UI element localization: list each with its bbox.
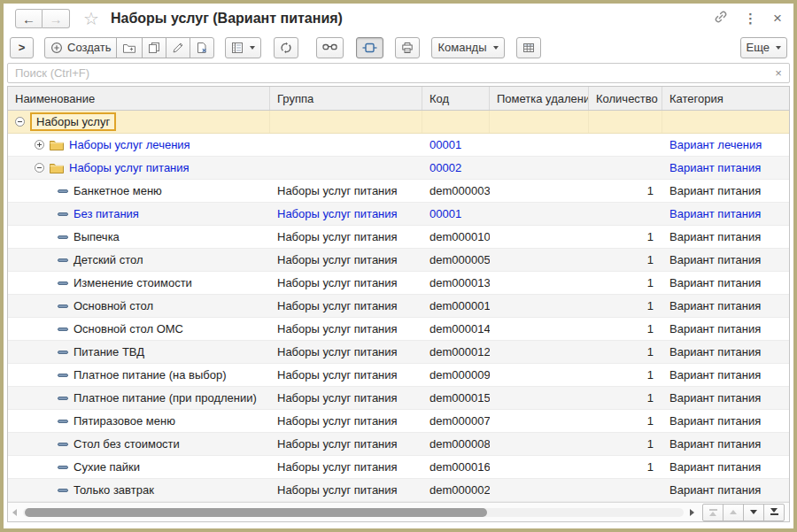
cell-quantity[interactable]: 1 [589, 341, 662, 363]
cell-deletion-mark[interactable] [490, 226, 589, 248]
cell-category[interactable]: Вариант питания [662, 341, 789, 363]
tree-expand-icon[interactable] [35, 140, 44, 150]
more-menu-icon[interactable]: ⋮ [744, 11, 757, 27]
cell-quantity[interactable]: 1 [589, 295, 662, 317]
cell-name[interactable]: Выпечка [8, 226, 270, 248]
cell-group[interactable]: Наборы услуг питания [270, 364, 422, 386]
cell-category[interactable]: Вариант питания [662, 203, 789, 225]
create-button[interactable]: Создать [44, 37, 117, 58]
table-row[interactable]: ВыпечкаНаборы услуг питанияdem0000101Вар… [8, 226, 789, 249]
related-table-button[interactable] [516, 37, 541, 58]
cell-category[interactable]: Вариант питания [662, 249, 789, 271]
cell-category[interactable]: Вариант лечения [662, 134, 789, 156]
table-row[interactable]: Детский столНаборы услуг питанияdem00000… [8, 249, 789, 272]
mark-deletion-button[interactable] [190, 37, 214, 58]
cell-deletion-mark[interactable] [490, 157, 589, 179]
table-row[interactable]: Наборы услуг лечения00001Вариант лечения [8, 134, 789, 157]
cell-code[interactable]: 00001 [422, 203, 490, 225]
cell-code[interactable]: dem000014 [422, 318, 490, 340]
column-header-code[interactable]: Код [422, 87, 490, 110]
cell-deletion-mark[interactable] [490, 203, 589, 225]
tree-collapse-icon[interactable] [15, 117, 25, 127]
previous-row-button[interactable] [723, 504, 744, 521]
cell-code[interactable]: dem000009 [422, 364, 490, 386]
cell-deletion-mark[interactable] [490, 134, 589, 156]
cell-name[interactable]: Наборы услуг питания [8, 157, 270, 179]
cell-code[interactable]: dem000003 [422, 180, 490, 202]
cell-deletion-mark[interactable] [490, 410, 589, 432]
column-header-group[interactable]: Группа [270, 87, 422, 110]
clear-search-icon[interactable]: × [768, 66, 789, 80]
hierarchy-view-button[interactable] [356, 37, 383, 58]
cell-code[interactable]: dem000008 [422, 433, 490, 455]
cell-group[interactable]: Наборы услуг питания [270, 180, 422, 202]
cell-code[interactable]: 00001 [422, 134, 490, 156]
cell-category[interactable]: Вариант питания [662, 387, 789, 409]
cell-code[interactable]: dem000002 [422, 479, 490, 501]
cell-name[interactable]: Платное питание (на выбор) [8, 364, 270, 386]
cell-group[interactable] [270, 157, 422, 179]
view-settings-button[interactable] [316, 37, 344, 58]
commands-button[interactable]: Команды [431, 37, 504, 58]
cell-group[interactable]: Наборы услуг питания [270, 318, 422, 340]
favorite-star-icon[interactable]: ☆ [83, 10, 99, 27]
table-row[interactable]: Без питанияНаборы услуг питания00001Вари… [8, 203, 789, 226]
cell-group[interactable]: Наборы услуг питания [270, 249, 422, 271]
cell-quantity[interactable] [589, 203, 662, 225]
cell-deletion-mark[interactable] [490, 364, 589, 386]
cell-category[interactable]: Вариант питания [662, 364, 789, 386]
cell-code[interactable]: dem000013 [422, 272, 490, 294]
forward-button[interactable]: → [43, 9, 70, 28]
cell-group[interactable]: Наборы услуг питания [270, 226, 422, 248]
cell-name[interactable]: Детский стол [8, 249, 270, 271]
cell-quantity[interactable]: 1 [589, 456, 662, 478]
table-row[interactable]: Только завтракНаборы услуг питанияdem000… [8, 479, 789, 502]
cell-group[interactable]: Наборы услуг питания [270, 295, 422, 317]
cell-group[interactable]: Наборы услуг питания [270, 479, 422, 501]
cell-quantity[interactable]: 1 [589, 180, 662, 202]
cell-deletion-mark[interactable] [490, 249, 589, 271]
table-row[interactable]: Сухие пайкиНаборы услуг питанияdem000016… [8, 456, 789, 479]
scrollbar-track[interactable] [23, 508, 684, 517]
cell-code[interactable]: dem000010 [422, 226, 490, 248]
table-row[interactable]: Основной стол ОМСНаборы услуг питанияdem… [8, 318, 789, 341]
next-row-button[interactable] [743, 504, 764, 521]
table-row[interactable]: Питание ТВДНаборы услуг питанияdem000012… [8, 341, 789, 364]
back-button[interactable]: ← [15, 9, 43, 28]
cell-category[interactable]: Вариант питания [662, 180, 789, 202]
cell-category[interactable]: Вариант питания [662, 295, 789, 317]
cell-group[interactable]: Наборы услуг питания [270, 433, 422, 455]
cell-name[interactable]: Наборы услуг лечения [8, 134, 270, 156]
link-icon[interactable] [714, 10, 728, 27]
scroll-left-icon[interactable] [12, 509, 17, 516]
table-row[interactable]: Пятиразовое менюНаборы услуг питанияdem0… [8, 410, 789, 433]
cell-category[interactable] [662, 111, 789, 133]
create-group-button[interactable] [116, 37, 143, 58]
cell-name[interactable]: Изменение стоимости [8, 272, 270, 294]
table-row[interactable]: Платное питание (при продлении)Наборы ус… [8, 387, 789, 410]
cell-quantity[interactable] [589, 479, 662, 501]
functions-panel-button[interactable]: > [10, 37, 34, 58]
cell-category[interactable]: Вариант питания [662, 157, 789, 179]
cell-name[interactable]: Только завтрак [8, 479, 270, 501]
cell-deletion-mark[interactable] [490, 318, 589, 340]
cell-category[interactable]: Вариант питания [662, 479, 789, 501]
scrollbar-thumb[interactable] [25, 508, 487, 517]
cell-quantity[interactable] [589, 157, 662, 179]
copy-button[interactable] [142, 37, 166, 58]
cell-code[interactable]: 00002 [422, 157, 490, 179]
cell-name[interactable]: Основной стол [8, 295, 270, 317]
cell-deletion-mark[interactable] [490, 272, 589, 294]
column-header-category[interactable]: Категория [662, 87, 789, 110]
cell-quantity[interactable]: 1 [589, 433, 662, 455]
table-row[interactable]: Изменение стоимостиНаборы услуг питанияd… [8, 272, 789, 295]
tree-collapse-icon[interactable] [35, 163, 44, 173]
cell-deletion-mark[interactable] [490, 295, 589, 317]
cell-deletion-mark[interactable] [490, 341, 589, 363]
cell-category[interactable]: Вариант питания [662, 272, 789, 294]
choose-list-button[interactable] [225, 37, 261, 58]
cell-category[interactable]: Вариант питания [662, 456, 789, 478]
table-row[interactable]: Платное питание (на выбор)Наборы услуг п… [8, 364, 789, 387]
cell-code[interactable]: dem000001 [422, 295, 490, 317]
go-last-row-button[interactable] [763, 504, 785, 521]
